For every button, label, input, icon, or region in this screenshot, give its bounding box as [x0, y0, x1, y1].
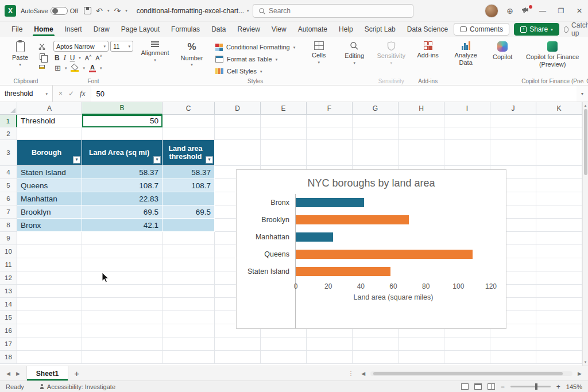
- row-header-15[interactable]: 15: [0, 311, 17, 324]
- horizontal-scroll-thumb[interactable]: [373, 372, 563, 375]
- cell-H1[interactable]: [399, 115, 444, 127]
- search-input[interactable]: Search: [253, 4, 413, 18]
- cell-F18[interactable]: [307, 351, 353, 364]
- cell-I3[interactable]: [444, 140, 490, 166]
- sheet-tab-sheet1[interactable]: Sheet1: [26, 366, 68, 381]
- font-size-combo[interactable]: 11▾: [110, 41, 133, 52]
- cell-B14[interactable]: [82, 298, 163, 311]
- vertical-scrollbar[interactable]: ▲ ▼: [582, 102, 588, 366]
- cell-D3[interactable]: [215, 140, 261, 166]
- font-name-combo[interactable]: Aptos Narrow▾: [53, 41, 109, 52]
- scroll-down-icon[interactable]: ▼: [584, 359, 587, 366]
- tab-data[interactable]: Data: [206, 23, 231, 36]
- save-icon[interactable]: [84, 7, 91, 14]
- cell-B7[interactable]: 69.5: [82, 205, 163, 219]
- name-box[interactable]: threshold ▾: [0, 86, 53, 102]
- cell-E18[interactable]: [261, 351, 307, 364]
- cell-H2[interactable]: [399, 127, 444, 140]
- copilot-button[interactable]: Copilot: [488, 39, 517, 61]
- tab-formulas[interactable]: Formulas: [165, 23, 206, 36]
- analyze-data-button[interactable]: Analyze Data: [450, 39, 482, 66]
- cell-F2[interactable]: [307, 127, 353, 140]
- cell-C11[interactable]: [163, 258, 215, 271]
- cell-J1[interactable]: [490, 115, 536, 127]
- cell-C8[interactable]: [163, 219, 215, 232]
- cell-K13[interactable]: [536, 285, 582, 298]
- cell-D18[interactable]: [215, 351, 261, 364]
- cancel-icon[interactable]: ×: [59, 90, 63, 98]
- cell-A14[interactable]: [17, 298, 82, 311]
- cell-A10[interactable]: [17, 245, 82, 258]
- number-button[interactable]: % Number ▾: [177, 39, 207, 67]
- editing-button[interactable]: Editing ▾: [339, 39, 369, 65]
- cell-C14[interactable]: [163, 298, 215, 311]
- page-layout-view-button[interactable]: [474, 383, 482, 390]
- page-break-view-button[interactable]: [488, 383, 495, 390]
- cell-B15[interactable]: [82, 311, 163, 324]
- feedback-megaphone-icon[interactable]: [521, 7, 529, 15]
- tab-view[interactable]: View: [266, 23, 292, 36]
- row-header-10[interactable]: 10: [0, 245, 17, 258]
- cell-D17[interactable]: [215, 337, 261, 351]
- cell-K14[interactable]: [536, 298, 582, 311]
- cell-B5[interactable]: 108.7: [82, 179, 163, 192]
- col-header-E[interactable]: E: [261, 102, 307, 115]
- cell-A12[interactable]: [17, 271, 82, 285]
- formula-bar-expand-icon[interactable]: ▾: [577, 91, 588, 96]
- cell-G1[interactable]: [353, 115, 399, 127]
- row-header-11[interactable]: 11: [0, 258, 17, 271]
- row-header-9[interactable]: 9: [0, 232, 17, 245]
- cell-C5[interactable]: 108.7: [163, 179, 215, 192]
- next-sheet-icon[interactable]: ▶: [13, 371, 23, 377]
- row-header-6[interactable]: 6: [0, 192, 17, 205]
- cell-A4[interactable]: Staten Island: [17, 166, 82, 179]
- cell-I18[interactable]: [444, 351, 490, 364]
- cell-F1[interactable]: [307, 115, 353, 127]
- tab-help[interactable]: Help: [333, 23, 359, 36]
- cell-J18[interactable]: [490, 351, 536, 364]
- cell-K6[interactable]: [536, 192, 582, 205]
- undo-icon[interactable]: ↶: [96, 7, 103, 15]
- tab-file[interactable]: File: [6, 23, 28, 36]
- insert-function-icon[interactable]: fx: [80, 89, 85, 98]
- cell-B4[interactable]: 58.37: [82, 166, 163, 179]
- cell-A9[interactable]: [17, 232, 82, 245]
- cell-H3[interactable]: [399, 140, 444, 166]
- cell-B11[interactable]: [82, 258, 163, 271]
- cell-F3[interactable]: [307, 140, 353, 166]
- conditional-formatting-button[interactable]: Conditional Formatting ▾: [214, 41, 297, 53]
- format-as-table-button[interactable]: Format as Table ▾: [214, 53, 297, 65]
- row-header-8[interactable]: 8: [0, 219, 17, 232]
- col-header-F[interactable]: F: [307, 102, 353, 115]
- increase-font-button[interactable]: A˄: [85, 54, 91, 61]
- underline-caret-icon[interactable]: ▾: [79, 56, 81, 60]
- cell-A3[interactable]: Borough▾: [17, 140, 82, 166]
- col-header-D[interactable]: D: [215, 102, 261, 115]
- cell-G3[interactable]: [353, 140, 399, 166]
- catch-up-button[interactable]: Catch up: [564, 21, 588, 37]
- cell-K7[interactable]: [536, 205, 582, 219]
- col-header-H[interactable]: H: [399, 102, 444, 115]
- cell-B9[interactable]: [82, 232, 163, 245]
- cell-B2[interactable]: [82, 127, 163, 140]
- chart-bar[interactable]: [296, 232, 333, 242]
- borders-button[interactable]: ⊞: [55, 64, 61, 72]
- cell-C6[interactable]: [163, 192, 215, 205]
- filter-button[interactable]: ▾: [73, 156, 80, 164]
- zoom-level[interactable]: 145%: [566, 383, 582, 390]
- cell-I17[interactable]: [444, 337, 490, 351]
- tab-draw[interactable]: Draw: [88, 23, 115, 36]
- cell-C2[interactable]: [163, 127, 215, 140]
- cell-C17[interactable]: [163, 337, 215, 351]
- cell-A13[interactable]: [17, 285, 82, 298]
- fill-caret-icon[interactable]: ▾: [83, 66, 85, 70]
- cell-K17[interactable]: [536, 337, 582, 351]
- chart[interactable]: NYC boroughs by land area BronxBrooklynM…: [236, 169, 506, 329]
- cell-B18[interactable]: [82, 351, 163, 364]
- cell-B8[interactable]: 42.1: [82, 219, 163, 232]
- cell-C18[interactable]: [163, 351, 215, 364]
- bold-button[interactable]: B: [55, 54, 60, 62]
- hscroll-left-icon[interactable]: ◀: [358, 371, 368, 377]
- cell-B1[interactable]: 50: [82, 115, 163, 127]
- comments-button[interactable]: Comments: [454, 23, 509, 36]
